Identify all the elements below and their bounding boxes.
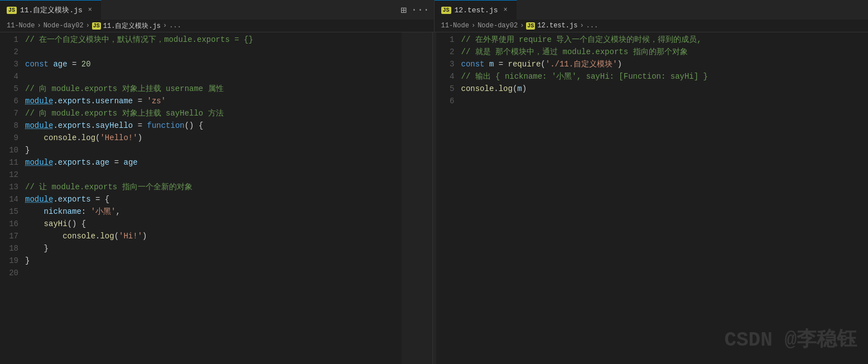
code-left[interactable]: // 在一个自定义模块中，默认情况下，module.exports = {} c…	[25, 32, 402, 364]
breadcrumb-left-text: 11-Node	[7, 22, 35, 30]
js-icon-right: JS	[441, 7, 451, 14]
breadcrumb-left-day: Node-day02	[44, 22, 84, 30]
watermark: CSDN @李稳钰	[724, 325, 857, 353]
breadcrumb-right-day: Node-day02	[478, 22, 518, 30]
tab-left-file[interactable]: JS 11.自定义模块.js ×	[0, 0, 102, 20]
line-numbers-left: 1234567891011121314151617181920	[0, 32, 25, 364]
tab-right-file[interactable]: JS 12.test.js ×	[435, 0, 517, 20]
breadcrumb-left: 11-Node › Node-day02 › JS 11.自定义模块.js › …	[0, 20, 434, 32]
breadcrumb-left-jsicon: JS	[92, 22, 101, 30]
more-actions-icon[interactable]: ···	[411, 4, 429, 16]
breadcrumb-right-dots: ...	[586, 22, 599, 30]
js-icon-left: JS	[7, 7, 17, 14]
tab-right-close[interactable]: ×	[501, 5, 510, 15]
breadcrumb-left-dots: ...	[169, 22, 181, 30]
breadcrumb-left-file: 11.自定义模块.js	[103, 21, 161, 31]
editor-right: 123456 // 在外界使用 require 导入一个自定义模块的时候，得到的…	[436, 32, 869, 364]
line-numbers-right: 123456	[436, 32, 461, 364]
minimap-left	[402, 32, 432, 364]
tab-left-close[interactable]: ×	[86, 5, 94, 15]
breadcrumb-right: 11-Node › Node-day02 › JS 12.test.js › .…	[435, 20, 869, 32]
breadcrumb-right-file: 12.test.js	[537, 22, 577, 30]
tab-right-label: 12.test.js	[455, 6, 498, 15]
editor-left: 1234567891011121314151617181920 // 在一个自定…	[0, 32, 433, 364]
split-editor-icon[interactable]: ⊞	[401, 4, 407, 16]
tab-left-label: 11.自定义模块.js	[20, 5, 83, 15]
code-right[interactable]: // 在外界使用 require 导入一个自定义模块的时候，得到的成员,// 就…	[461, 32, 869, 364]
breadcrumb-right-jsicon: JS	[526, 22, 535, 30]
breadcrumb-right-text: 11-Node	[441, 22, 469, 30]
